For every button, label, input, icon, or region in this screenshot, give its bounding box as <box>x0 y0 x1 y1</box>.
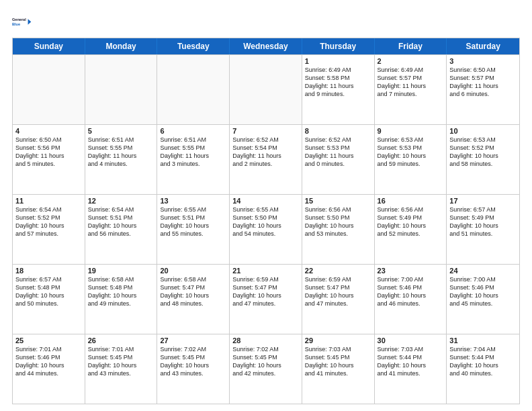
day-number: 31 <box>449 336 517 345</box>
day-info: Sunrise: 7:01 AM Sunset: 5:45 PM Dayligh… <box>88 345 154 378</box>
day-number: 29 <box>305 336 371 345</box>
day-number: 16 <box>378 197 444 205</box>
calendar-cell: 6Sunrise: 6:51 AM Sunset: 5:55 PM Daylig… <box>157 125 230 194</box>
day-number: 8 <box>305 127 371 135</box>
calendar-cell: 21Sunrise: 6:59 AM Sunset: 5:47 PM Dayli… <box>230 265 302 334</box>
day-info: Sunrise: 6:56 AM Sunset: 5:49 PM Dayligh… <box>378 205 444 238</box>
day-info: Sunrise: 6:58 AM Sunset: 5:47 PM Dayligh… <box>160 275 226 308</box>
day-number: 10 <box>449 127 517 135</box>
day-number: 15 <box>305 197 371 205</box>
calendar-cell: 9Sunrise: 6:53 AM Sunset: 5:53 PM Daylig… <box>375 125 447 194</box>
day-number: 23 <box>378 267 444 275</box>
day-number: 24 <box>449 267 517 275</box>
day-number: 4 <box>15 127 82 135</box>
calendar-cell: 11Sunrise: 6:54 AM Sunset: 5:52 PM Dayli… <box>13 195 85 264</box>
day-info: Sunrise: 6:49 AM Sunset: 5:58 PM Dayligh… <box>305 66 371 99</box>
logo-icon: GeneralBlue <box>12 12 32 31</box>
calendar-cell: 13Sunrise: 6:55 AM Sunset: 5:51 PM Dayli… <box>157 195 230 264</box>
day-number: 7 <box>232 127 299 135</box>
day-info: Sunrise: 7:02 AM Sunset: 5:45 PM Dayligh… <box>232 345 299 378</box>
day-info: Sunrise: 6:55 AM Sunset: 5:50 PM Dayligh… <box>232 205 299 238</box>
day-number: 2 <box>378 57 444 65</box>
day-info: Sunrise: 7:04 AM Sunset: 5:44 PM Dayligh… <box>449 345 517 378</box>
calendar-cell: 31Sunrise: 7:04 AM Sunset: 5:44 PM Dayli… <box>447 334 519 404</box>
calendar-cell: 28Sunrise: 7:02 AM Sunset: 5:45 PM Dayli… <box>230 334 302 404</box>
svg-text:General: General <box>12 17 26 21</box>
day-number: 19 <box>88 267 154 275</box>
day-info: Sunrise: 6:51 AM Sunset: 5:55 PM Dayligh… <box>88 136 154 169</box>
day-number: 25 <box>15 336 82 345</box>
svg-text:Blue: Blue <box>12 22 20 26</box>
day-info: Sunrise: 6:51 AM Sunset: 5:55 PM Dayligh… <box>160 136 226 169</box>
day-info: Sunrise: 6:50 AM Sunset: 5:57 PM Dayligh… <box>449 66 517 99</box>
day-info: Sunrise: 6:59 AM Sunset: 5:47 PM Dayligh… <box>232 275 299 308</box>
day-info: Sunrise: 6:58 AM Sunset: 5:48 PM Dayligh… <box>88 275 154 308</box>
calendar: SundayMondayTuesdayWednesdayThursdayFrid… <box>12 38 520 404</box>
day-number: 13 <box>160 197 226 205</box>
calendar-cell: 26Sunrise: 7:01 AM Sunset: 5:45 PM Dayli… <box>85 334 158 404</box>
calendar-cell: 1Sunrise: 6:49 AM Sunset: 5:58 PM Daylig… <box>302 55 375 124</box>
calendar-cell: 10Sunrise: 6:53 AM Sunset: 5:52 PM Dayli… <box>447 125 519 194</box>
day-number: 11 <box>15 197 82 205</box>
day-number: 9 <box>378 127 444 135</box>
calendar-cell <box>230 55 302 124</box>
calendar-cell: 19Sunrise: 6:58 AM Sunset: 5:48 PM Dayli… <box>85 265 158 334</box>
day-info: Sunrise: 7:03 AM Sunset: 5:45 PM Dayligh… <box>305 345 371 378</box>
day-info: Sunrise: 7:03 AM Sunset: 5:44 PM Dayligh… <box>378 345 444 378</box>
day-number: 5 <box>88 127 154 135</box>
day-number: 20 <box>160 267 226 275</box>
day-number: 30 <box>378 336 444 345</box>
day-info: Sunrise: 6:59 AM Sunset: 5:47 PM Dayligh… <box>305 275 371 308</box>
header-day-thursday: Thursday <box>302 38 375 54</box>
calendar-cell: 4Sunrise: 6:50 AM Sunset: 5:56 PM Daylig… <box>13 125 85 194</box>
calendar-cell: 27Sunrise: 7:02 AM Sunset: 5:45 PM Dayli… <box>157 334 230 404</box>
header-day-sunday: Sunday <box>13 38 85 54</box>
calendar-cell: 17Sunrise: 6:57 AM Sunset: 5:49 PM Dayli… <box>447 195 519 264</box>
calendar-cell <box>157 55 230 124</box>
calendar-cell <box>13 55 85 124</box>
day-info: Sunrise: 7:01 AM Sunset: 5:46 PM Dayligh… <box>15 345 82 378</box>
day-number: 17 <box>449 197 517 205</box>
calendar-cell: 12Sunrise: 6:54 AM Sunset: 5:51 PM Dayli… <box>85 195 158 264</box>
day-info: Sunrise: 6:53 AM Sunset: 5:53 PM Dayligh… <box>378 136 444 169</box>
page-header: GeneralBlue <box>12 12 520 31</box>
calendar-row-2: 4Sunrise: 6:50 AM Sunset: 5:56 PM Daylig… <box>13 124 519 194</box>
day-info: Sunrise: 6:54 AM Sunset: 5:51 PM Dayligh… <box>88 205 154 238</box>
day-number: 1 <box>305 57 371 65</box>
header-day-saturday: Saturday <box>447 38 519 54</box>
calendar-row-1: 1Sunrise: 6:49 AM Sunset: 5:58 PM Daylig… <box>13 54 519 124</box>
calendar-cell: 30Sunrise: 7:03 AM Sunset: 5:44 PM Dayli… <box>375 334 447 404</box>
calendar-cell: 25Sunrise: 7:01 AM Sunset: 5:46 PM Dayli… <box>13 334 85 404</box>
day-number: 12 <box>88 197 154 205</box>
calendar-cell: 23Sunrise: 7:00 AM Sunset: 5:46 PM Dayli… <box>375 265 447 334</box>
svg-marker-2 <box>28 19 32 25</box>
logo: GeneralBlue <box>12 12 32 31</box>
calendar-cell: 18Sunrise: 6:57 AM Sunset: 5:48 PM Dayli… <box>13 265 85 334</box>
day-info: Sunrise: 7:00 AM Sunset: 5:46 PM Dayligh… <box>378 275 444 308</box>
calendar-cell: 3Sunrise: 6:50 AM Sunset: 5:57 PM Daylig… <box>447 55 519 124</box>
day-number: 27 <box>160 336 226 345</box>
calendar-row-4: 18Sunrise: 6:57 AM Sunset: 5:48 PM Dayli… <box>13 264 519 334</box>
calendar-body: 1Sunrise: 6:49 AM Sunset: 5:58 PM Daylig… <box>13 54 519 404</box>
calendar-cell: 16Sunrise: 6:56 AM Sunset: 5:49 PM Dayli… <box>375 195 447 264</box>
day-number: 6 <box>160 127 226 135</box>
calendar-cell: 5Sunrise: 6:51 AM Sunset: 5:55 PM Daylig… <box>85 125 158 194</box>
day-info: Sunrise: 6:54 AM Sunset: 5:52 PM Dayligh… <box>15 205 82 238</box>
header-day-tuesday: Tuesday <box>157 38 230 54</box>
day-info: Sunrise: 6:53 AM Sunset: 5:52 PM Dayligh… <box>449 136 517 169</box>
calendar-cell: 2Sunrise: 6:49 AM Sunset: 5:57 PM Daylig… <box>375 55 447 124</box>
day-info: Sunrise: 6:57 AM Sunset: 5:48 PM Dayligh… <box>15 275 82 308</box>
header-day-friday: Friday <box>375 38 447 54</box>
calendar-cell: 24Sunrise: 7:00 AM Sunset: 5:46 PM Dayli… <box>447 265 519 334</box>
day-info: Sunrise: 7:02 AM Sunset: 5:45 PM Dayligh… <box>160 345 226 378</box>
header-day-wednesday: Wednesday <box>230 38 302 54</box>
day-info: Sunrise: 6:52 AM Sunset: 5:53 PM Dayligh… <box>305 136 371 169</box>
day-number: 3 <box>449 57 517 65</box>
day-number: 18 <box>15 267 82 275</box>
day-info: Sunrise: 6:49 AM Sunset: 5:57 PM Dayligh… <box>378 66 444 99</box>
day-number: 26 <box>88 336 154 345</box>
day-info: Sunrise: 6:57 AM Sunset: 5:49 PM Dayligh… <box>449 205 517 238</box>
calendar-cell: 20Sunrise: 6:58 AM Sunset: 5:47 PM Dayli… <box>157 265 230 334</box>
day-number: 21 <box>232 267 299 275</box>
calendar-cell: 14Sunrise: 6:55 AM Sunset: 5:50 PM Dayli… <box>230 195 302 264</box>
